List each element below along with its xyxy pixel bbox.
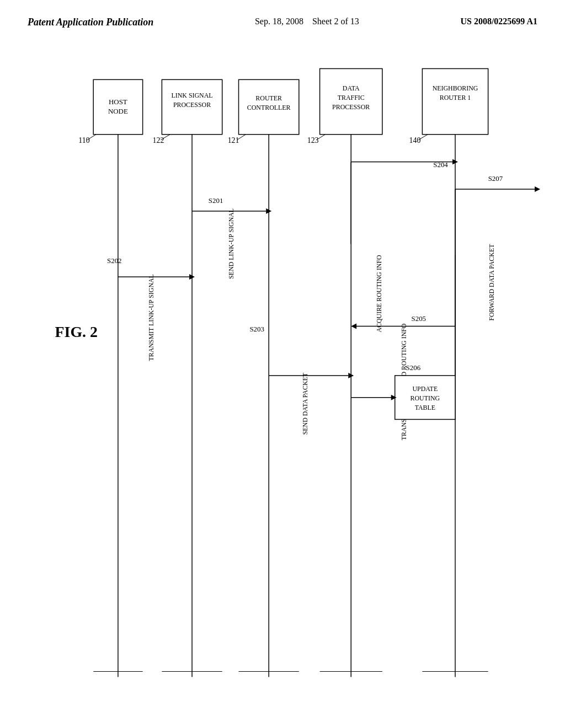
send-data-packet-text: SEND DATA PACKET — [301, 372, 309, 435]
s205-arrowhead — [351, 324, 356, 329]
host-node-label2: NODE — [108, 107, 128, 115]
neighboring-router-label1: NEIGHBORING — [433, 84, 478, 92]
figure-label: FIG. 2 — [55, 323, 98, 340]
send-link-up-text: SEND LINK-UP SIGNAL — [227, 208, 235, 279]
label-122: 122 — [152, 136, 164, 144]
label-121: 121 — [228, 136, 239, 144]
sheet-info: Sheet 2 of 13 — [312, 17, 359, 26]
s202-label: S202 — [107, 256, 122, 265]
transmit-link-up-text: TRANSMIT LINK-UP SIGNAL — [147, 274, 155, 361]
header-date-sheet: Sep. 18, 2008 Sheet 2 of 13 — [255, 17, 359, 26]
forward-data-packet-text: FORWARD DATA PACKET — [488, 244, 495, 321]
acquire-routing-info-text: ACQUIRE ROUTING INFO — [375, 255, 383, 333]
update-routing-label3: TABLE — [415, 404, 435, 411]
neighboring-router-label2: ROUTER 1 — [440, 94, 471, 101]
label-110: 110 — [78, 136, 89, 144]
publication-date: Sep. 18, 2008 — [255, 17, 303, 26]
host-node-label: HOST — [109, 98, 127, 106]
figure-2-diagram: FIG. 2 HOST NODE LINK SIGNAL PROCESSOR 1… — [22, 45, 543, 695]
s207-arrowhead — [535, 186, 540, 192]
s201-label: S201 — [209, 196, 223, 205]
data-traffic-label1: DATA — [343, 84, 360, 92]
s205-label: S205 — [412, 314, 427, 323]
link-signal-processor-label1: LINK SIGNAL — [172, 92, 213, 99]
update-routing-label1: UPDATE — [413, 385, 438, 393]
s207-label: S207 — [488, 174, 503, 183]
diagram-area: FIG. 2 HOST NODE LINK SIGNAL PROCESSOR 1… — [0, 34, 565, 706]
s206-label: S206 — [406, 363, 421, 372]
data-traffic-label2: TRAFFIC — [338, 94, 365, 101]
patent-number: US 2008/0225699 A1 — [460, 17, 537, 26]
publication-title: Patent Application Publication — [28, 17, 153, 28]
page-header: Patent Application Publication Sep. 18, … — [0, 0, 565, 34]
link-signal-processor-label2: PROCESSOR — [173, 101, 211, 109]
data-traffic-label3: PROCESSOR — [332, 103, 370, 111]
router-controller-label1: ROUTER — [255, 94, 282, 102]
label-140: 140 — [409, 136, 421, 144]
router-controller-label2: CONTROLLER — [247, 104, 291, 111]
s203-label: S203 — [249, 325, 264, 333]
update-routing-label2: ROUTING — [411, 394, 440, 402]
label-123: 123 — [307, 136, 319, 144]
